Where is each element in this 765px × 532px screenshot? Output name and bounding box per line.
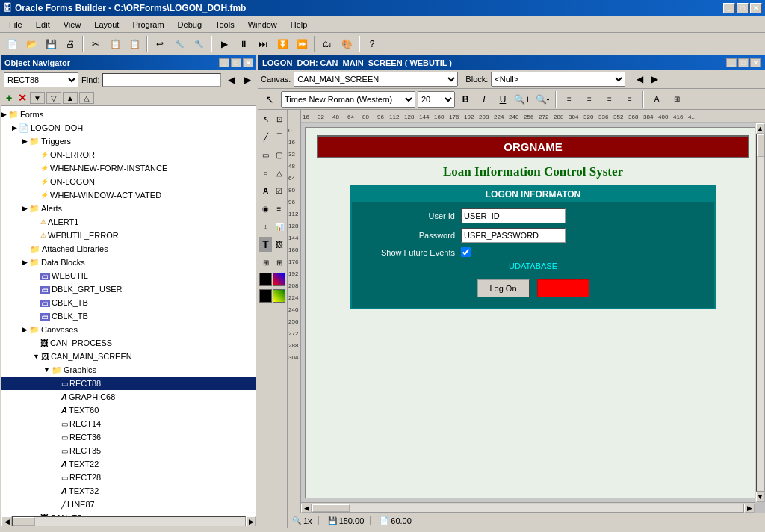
nav-collapse-all-button[interactable]: △	[79, 92, 94, 104]
step-out-button[interactable]: ⏬	[273, 35, 291, 53]
canvas-vscroll-bar[interactable]: ▲ ▼	[755, 123, 765, 502]
menu-tools[interactable]: Tools	[209, 19, 241, 31]
udatabase-link[interactable]: UDATABASE	[364, 262, 702, 270]
rect-tool[interactable]: ▭	[259, 147, 272, 162]
tree-item[interactable]: ▭RECT36	[1, 430, 256, 444]
cursor-tool[interactable]: ↖	[261, 90, 279, 108]
image-tool[interactable]: 🖼	[273, 237, 285, 252]
nav-maximize-button[interactable]: □	[231, 58, 241, 67]
tool2-button[interactable]: 🔧	[190, 35, 208, 53]
tree-item[interactable]: 🗃WEBUTIL	[1, 269, 256, 282]
new-button[interactable]: 📄	[3, 35, 21, 53]
canvas-right-button[interactable]: ▶	[648, 72, 661, 86]
menu-window[interactable]: Window	[242, 19, 283, 31]
fill-color-tool[interactable]	[273, 273, 285, 286]
canvas-vscroll-up[interactable]: ▲	[756, 123, 765, 134]
bar-chart-tool[interactable]: 📊	[273, 219, 285, 234]
tree-item[interactable]: ▶📄LOGON_DOH	[1, 121, 256, 134]
run-form-button[interactable]: ⏩	[293, 35, 311, 53]
tree-item[interactable]: ⚠WEBUTIL_ERROR	[1, 229, 256, 242]
canvas-vscroll-thumb[interactable]	[757, 134, 764, 157]
block-select[interactable]: <Null>	[491, 72, 625, 87]
find-input[interactable]	[102, 73, 221, 87]
canvas-close-button[interactable]: ✕	[750, 58, 761, 67]
print-button[interactable]: 🖨	[61, 35, 79, 53]
tree-item[interactable]: ╱LINE87	[1, 498, 256, 511]
tree-item[interactable]: ▶📁Data Blocks	[1, 256, 256, 269]
step-over-button[interactable]: ⏭	[254, 35, 272, 53]
nav-add-button[interactable]: +	[3, 92, 15, 104]
tree-item[interactable]: 🗃DBLK_GRT_USER	[1, 282, 256, 296]
tree-item[interactable]: ⚡WHEN-NEW-FORM-INSTANCE	[1, 161, 256, 175]
canvas-hscroll-right[interactable]: ▶	[744, 504, 755, 513]
line-tool[interactable]: ╱	[259, 129, 272, 144]
close-button[interactable]: ✕	[750, 3, 762, 13]
tree-item[interactable]: ATEXT32	[1, 484, 256, 498]
hscroll-track[interactable]	[12, 516, 246, 527]
nav-collapse-button[interactable]: ▲	[63, 92, 78, 104]
nav-close-button[interactable]: ✕	[243, 58, 253, 67]
stroke-black-tool[interactable]	[259, 289, 272, 303]
canvas-hscroll-thumb[interactable]	[312, 504, 350, 512]
tree-item[interactable]: 🖼CAN_PROCESS	[1, 336, 256, 350]
stroke-color-tool[interactable]	[273, 289, 285, 303]
paste-button[interactable]: 📋	[126, 35, 143, 53]
canvas-maximize-button[interactable]: □	[738, 58, 749, 67]
save-button[interactable]: 💾	[42, 35, 60, 53]
color-picker-tool[interactable]: ⊞	[273, 255, 285, 270]
menu-help[interactable]: Help	[285, 19, 314, 31]
maximize-button[interactable]: □	[737, 3, 749, 13]
select-tool[interactable]: ↖	[259, 111, 272, 126]
italic-button[interactable]: I	[476, 91, 492, 108]
more-format-button[interactable]: ⊞	[668, 90, 686, 108]
canvas-hscroll-bar[interactable]: ◀ ▶	[301, 502, 755, 513]
tree-item[interactable]: ▭RECT88	[1, 377, 256, 390]
tree-item[interactable]: ▶📁Triggers	[1, 134, 256, 148]
font-size-select[interactable]: 20	[418, 91, 455, 108]
zoom-in-button[interactable]: 🔍+	[513, 90, 531, 108]
menu-file[interactable]: File	[3, 19, 28, 31]
tree-item[interactable]: ▭RECT28	[1, 471, 256, 484]
text-color-button[interactable]: A	[648, 90, 666, 108]
menu-program[interactable]: Program	[126, 19, 170, 31]
font-select[interactable]: Times New Roman (Western)	[281, 91, 415, 108]
tree-item[interactable]: 📁Attached Libraries	[1, 242, 256, 256]
tree-item[interactable]: ▶📁Canvases	[1, 323, 256, 336]
tree-item[interactable]: ATEXT22	[1, 457, 256, 471]
cancel-button[interactable]	[537, 279, 589, 297]
canvas-minimize-button[interactable]: _	[726, 58, 737, 67]
nav-object-select[interactable]: RECT88	[4, 72, 78, 87]
hscroll-right-button[interactable]: ▶	[246, 516, 256, 527]
step-button[interactable]: ⏸	[235, 35, 253, 53]
list-tool[interactable]: ≡	[273, 201, 285, 216]
cut-button[interactable]: ✂	[87, 35, 105, 53]
logon-button[interactable]: Log On	[477, 279, 530, 297]
align-justify-button[interactable]: ≡	[621, 90, 639, 108]
tree-item[interactable]: ⚡ON-LOGON	[1, 175, 256, 188]
nav-hscroll[interactable]: ◀ ▶	[1, 516, 256, 526]
align-left-button[interactable]: ≡	[560, 90, 578, 108]
big-text-tool[interactable]: T	[259, 237, 272, 252]
bold-button[interactable]: B	[457, 91, 474, 108]
zoom-out-button[interactable]: 🔍-	[533, 90, 551, 108]
tree-item[interactable]: 🗃CBLK_TB	[1, 296, 256, 309]
hscroll-thumb[interactable]	[13, 517, 35, 526]
tree-item[interactable]: 🗃CBLK_TB	[1, 309, 256, 323]
nav-expand-button[interactable]: ▼	[30, 92, 45, 104]
scroll-tool[interactable]: ↕	[259, 219, 272, 234]
canvas-hscroll-left[interactable]: ◀	[301, 504, 312, 513]
menu-debug[interactable]: Debug	[172, 19, 208, 31]
underline-button[interactable]: U	[495, 91, 511, 108]
minimize-button[interactable]: _	[723, 3, 735, 13]
find-next-button[interactable]: ▶	[241, 73, 254, 87]
checkbox-tool[interactable]: ☑	[273, 183, 285, 198]
userid-input[interactable]	[461, 208, 566, 223]
run-button[interactable]: ▶	[215, 35, 233, 53]
find-prev-button[interactable]: ◀	[224, 73, 238, 87]
nav-expand-all-button[interactable]: ▽	[46, 92, 61, 104]
canvas-hscroll-track[interactable]	[312, 504, 744, 513]
tree-item[interactable]: ATEXT60	[1, 403, 256, 417]
tree-item[interactable]: ▼📁Graphics	[1, 363, 256, 377]
tree-item[interactable]: ⚠ALERT1	[1, 215, 256, 229]
menu-layout[interactable]: Layout	[88, 19, 125, 31]
